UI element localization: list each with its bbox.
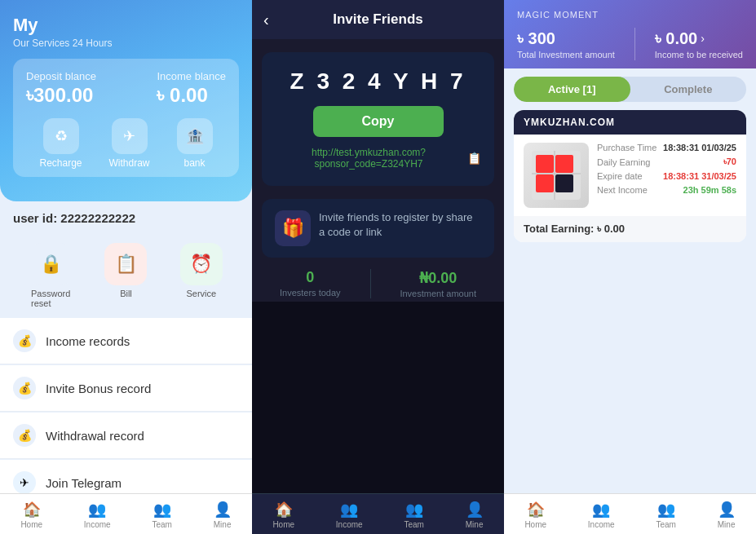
withdrawal-record-item[interactable]: 💰 Withdrawal record bbox=[0, 413, 252, 459]
total-investment-label: Total Investment amount bbox=[517, 50, 615, 60]
invite-stats: 0 Investers today ₦0.00 Investment amoun… bbox=[252, 258, 504, 302]
withdraw-button[interactable]: ✈ Withdraw bbox=[109, 118, 150, 169]
tab-complete[interactable]: Complete bbox=[630, 77, 747, 102]
daily-earning-value: ৳70 bbox=[723, 157, 736, 167]
investment-row: ৳ 300 Total Investment amount ৳ 0.00 › I… bbox=[517, 28, 743, 60]
deposit-balance: Deposit blance ৳300.00 bbox=[26, 70, 96, 107]
next-income-value: 23h 59m 58s bbox=[683, 185, 736, 195]
deposit-amount: ৳300.00 bbox=[26, 84, 96, 107]
copy-link-icon[interactable]: 📋 bbox=[467, 152, 481, 165]
next-income-label: Next Income bbox=[597, 185, 648, 195]
nav-team[interactable]: 👥 Team bbox=[152, 501, 171, 529]
total-investment-value: ৳ 300 bbox=[517, 29, 615, 48]
p3-income-icon: 👥 bbox=[592, 501, 610, 519]
panel2-header: ‹ Invite Friends bbox=[252, 0, 504, 39]
back-button[interactable]: ‹ bbox=[263, 11, 269, 29]
recharge-button[interactable]: ♻ Recharge bbox=[39, 118, 82, 169]
p2-home-icon: 🏠 bbox=[275, 501, 293, 519]
bank-button[interactable]: 🏦 bank bbox=[177, 118, 213, 169]
expire-date-row: Expire date 18:38:31 31/03/25 bbox=[597, 171, 736, 181]
p2-nav-home-label: Home bbox=[272, 520, 294, 529]
product-card-body: Purchase Time 18:38:31 01/03/25 Daily Ea… bbox=[514, 135, 746, 216]
income-receive-value: ৳ 0.00 bbox=[655, 29, 697, 48]
tabs-row: Active [1] Complete bbox=[514, 77, 746, 102]
home-icon: 🏠 bbox=[23, 501, 41, 519]
bill-button[interactable]: 📋 Bill bbox=[104, 243, 147, 308]
p2-nav-home[interactable]: 🏠 Home bbox=[272, 501, 294, 529]
p2-nav-team-label: Team bbox=[404, 520, 423, 529]
product-site-name: YMKUZHAN.COM bbox=[514, 110, 746, 135]
p3-nav-mine[interactable]: 👤 Mine bbox=[718, 501, 736, 529]
income-records-item[interactable]: 💰 Income records bbox=[0, 318, 252, 364]
withdrawal-label: Withdrawal record bbox=[46, 429, 144, 443]
invite-code-card: Z 3 2 4 Y H 7 Copy http://test.ymkuzhan.… bbox=[262, 52, 494, 186]
invite-bonus-icon: 💰 bbox=[13, 377, 36, 399]
expire-date-value: 18:38:31 31/03/25 bbox=[663, 171, 736, 181]
tab-active[interactable]: Active [1] bbox=[514, 77, 630, 102]
income-records-label: Income records bbox=[46, 334, 130, 348]
nav-home[interactable]: 🏠 Home bbox=[20, 501, 42, 529]
password-reset-button[interactable]: 🔒 Passwordreset bbox=[29, 243, 72, 308]
nav-income[interactable]: 👥 Income bbox=[84, 501, 111, 529]
nav-home-label: Home bbox=[20, 520, 42, 529]
invite-info-card: 🎁 Invite friends to register by share a … bbox=[262, 199, 494, 258]
user-id-text: user id: 22222222222 bbox=[13, 211, 135, 225]
nav-mine[interactable]: 👤 Mine bbox=[214, 501, 232, 529]
withdraw-icon: ✈ bbox=[112, 118, 148, 154]
invite-bonus-label: Invite Bonus record bbox=[46, 382, 151, 395]
investors-today-value: 0 bbox=[280, 269, 341, 286]
svg-rect-4 bbox=[555, 174, 573, 192]
bank-icon: 🏦 bbox=[177, 118, 213, 154]
total-investment: ৳ 300 Total Investment amount bbox=[517, 29, 615, 60]
income-icon: 👥 bbox=[88, 501, 106, 519]
svg-rect-3 bbox=[536, 174, 554, 192]
p2-nav-income-label: Income bbox=[336, 520, 363, 529]
quick-actions: 🔒 Passwordreset 📋 Bill ⏰ Service bbox=[0, 235, 252, 315]
panel-invite: ‹ Invite Friends Z 3 2 4 Y H 7 Copy http… bbox=[252, 0, 504, 534]
service-button[interactable]: ⏰ Service bbox=[180, 243, 223, 308]
p2-nav-income[interactable]: 👥 Income bbox=[336, 501, 363, 529]
daily-earning-label: Daily Earning bbox=[597, 157, 650, 167]
investment-divider bbox=[634, 28, 635, 60]
p2-nav-mine-label: Mine bbox=[466, 520, 484, 529]
service-icon: ⏰ bbox=[180, 243, 223, 285]
panel2-bottom-nav: 🏠 Home 👥 Income 👥 Team 👤 Mine bbox=[252, 493, 504, 534]
stats-divider bbox=[370, 269, 371, 298]
investment-amount-stat: ₦0.00 Investment amount bbox=[400, 269, 476, 298]
invite-info-text: Invite friends to register by share a co… bbox=[319, 210, 481, 240]
p3-mine-icon: 👤 bbox=[718, 501, 736, 519]
income-records-icon: 💰 bbox=[13, 329, 36, 352]
mine-icon: 👤 bbox=[214, 501, 232, 519]
magic-moment-title: MAGIC MOMENT bbox=[517, 10, 743, 20]
copy-button[interactable]: Copy bbox=[313, 106, 444, 137]
bill-label: Bill bbox=[120, 289, 132, 298]
p3-nav-income[interactable]: 👥 Income bbox=[588, 501, 615, 529]
panel1-header: My Our Services 24 Hours Deposit blance … bbox=[0, 0, 252, 201]
deposit-label: Deposit blance bbox=[26, 70, 96, 82]
p3-nav-team[interactable]: 👥 Team bbox=[656, 501, 675, 529]
p2-nav-team[interactable]: 👥 Team bbox=[404, 501, 423, 529]
income-balance: Income blance ৳ 0.00 bbox=[157, 70, 226, 107]
recharge-label: Recharge bbox=[39, 157, 82, 169]
p3-nav-team-label: Team bbox=[656, 520, 675, 529]
nav-mine-label: Mine bbox=[214, 520, 232, 529]
services-subtitle: Our Services 24 Hours bbox=[13, 38, 239, 49]
p3-nav-home[interactable]: 🏠 Home bbox=[524, 501, 546, 529]
invite-bonus-item[interactable]: 💰 Invite Bonus record bbox=[0, 365, 252, 412]
income-receive-row: ৳ 0.00 › bbox=[655, 29, 743, 48]
panel3-spacer bbox=[504, 250, 756, 493]
expire-date-label: Expire date bbox=[597, 171, 643, 181]
cube-svg bbox=[528, 147, 585, 204]
p3-team-icon: 👥 bbox=[657, 501, 675, 519]
income-to-receive[interactable]: ৳ 0.00 › Income to be received bbox=[655, 29, 743, 60]
withdrawal-icon: 💰 bbox=[13, 424, 36, 447]
join-telegram-item[interactable]: ✈ Join Telegram bbox=[0, 460, 252, 493]
purchase-time-label: Purchase Time bbox=[597, 143, 657, 152]
p2-nav-mine[interactable]: 👤 Mine bbox=[466, 501, 484, 529]
p2-income-icon: 👥 bbox=[340, 501, 358, 519]
investment-amount-value: ₦0.00 bbox=[400, 269, 476, 287]
investment-amount-label: Investment amount bbox=[400, 289, 476, 298]
p2-mine-icon: 👤 bbox=[466, 501, 484, 519]
telegram-label: Join Telegram bbox=[46, 476, 122, 490]
purchase-time-value: 18:38:31 01/03/25 bbox=[663, 143, 736, 152]
